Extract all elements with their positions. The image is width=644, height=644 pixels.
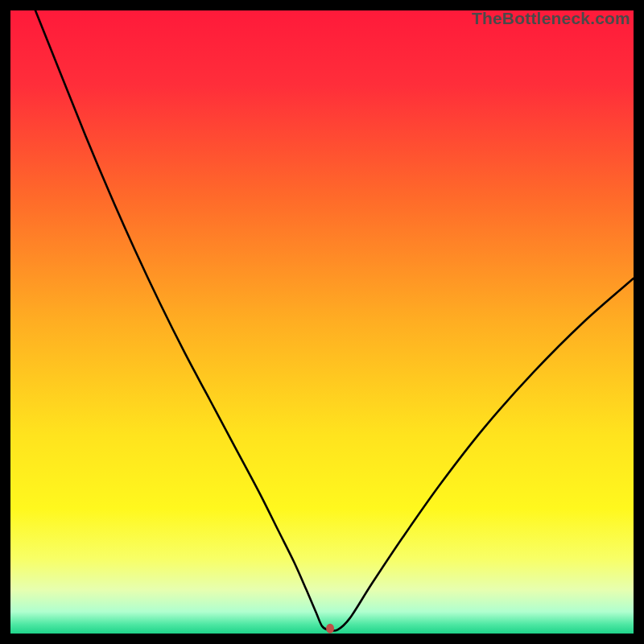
chart-svg [10, 10, 634, 634]
gradient-background [10, 10, 634, 634]
optimum-marker [326, 624, 334, 634]
chart-frame: TheBottleneck.com [10, 10, 634, 634]
watermark-text: TheBottleneck.com [472, 9, 630, 28]
